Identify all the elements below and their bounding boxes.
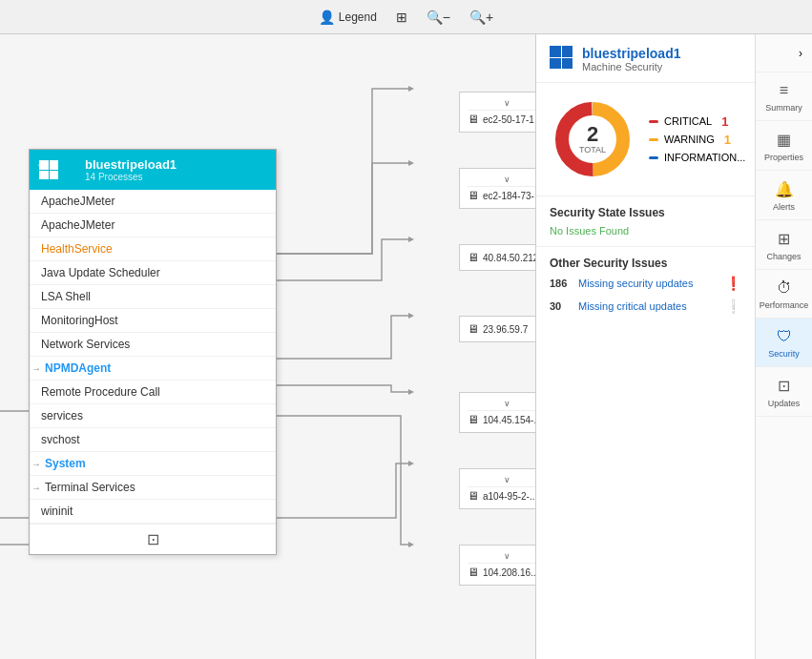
- other-issues-title: Other Security Issues: [550, 257, 741, 270]
- process-name: services: [41, 409, 83, 422]
- machine-node[interactable]: ∨ 🖥 ec2-184-73-...: [459, 168, 535, 209]
- collapse-button[interactable]: ∧: [37, 157, 44, 168]
- performance-label: Performance: [760, 300, 809, 310]
- process-list: ApacheJMeterApacheJMeterHealthServiceJav…: [30, 190, 276, 524]
- process-item[interactable]: ApacheJMeter: [30, 214, 276, 237]
- machine-node[interactable]: 🖥 40.84.50.212: [459, 244, 535, 271]
- no-issues-text: No Issues Found: [550, 225, 741, 237]
- process-name: LSA Shell: [41, 290, 91, 303]
- warning-icon: ❕: [725, 299, 741, 314]
- sidebar-item-changes[interactable]: ⊞ Changes: [756, 220, 812, 270]
- alerts-icon: 🔔: [775, 180, 794, 198]
- process-item[interactable]: HealthService: [30, 237, 276, 261]
- canvas-area: ∧ bluestripeload1 14 Processes ApacheJMe…: [0, 34, 535, 659]
- process-item[interactable]: → System: [30, 452, 276, 476]
- updates-icon: ⊡: [778, 377, 790, 395]
- node-footer-icon[interactable]: ⊡: [147, 530, 159, 548]
- process-item[interactable]: MonitoringHost: [30, 309, 276, 333]
- critical-label: CRITICAL: [664, 115, 712, 127]
- security-state-section: Security State Issues No Issues Found: [536, 196, 755, 247]
- alerts-label: Alerts: [773, 202, 795, 212]
- process-item[interactable]: LSA Shell: [30, 285, 276, 309]
- critical-icon: ❗: [725, 276, 741, 291]
- svg-marker-7: [408, 389, 414, 395]
- security-state-title: Security State Issues: [550, 206, 741, 219]
- issue-count: 186: [550, 278, 571, 289]
- svg-marker-9: [408, 542, 414, 547]
- machine-id: 104.45.154-...: [483, 415, 535, 425]
- machine-id: ec2-184-73-...: [483, 191, 535, 201]
- process-name: ApacheJMeter: [41, 218, 115, 232]
- detail-header: bluestripeload1 Machine Security: [536, 34, 755, 83]
- process-name: wininit: [41, 505, 73, 518]
- node-footer: ⊡: [30, 524, 276, 554]
- sidebar-nav: › ≡ Summary ▦ Properties 🔔 Alerts ⊞ Chan…: [755, 34, 812, 659]
- legend-info: INFORMATION... 0: [649, 151, 755, 165]
- critical-count: 1: [721, 114, 728, 129]
- donut-chart: 2 TOTAL: [550, 96, 635, 182]
- warning-dot: [649, 138, 658, 141]
- summary-icon: ≡: [780, 82, 788, 99]
- machine-node[interactable]: ∨ 🖥 104.208.16...: [459, 545, 535, 586]
- process-item[interactable]: ApacheJMeter: [30, 190, 276, 214]
- machine-id: 40.84.50.212: [483, 253, 535, 263]
- legend-label: Legend: [339, 10, 377, 24]
- zoom-in-button[interactable]: 🔍+: [469, 10, 493, 25]
- toggle-icon: ›: [799, 47, 802, 60]
- sidebar-item-properties[interactable]: ▦ Properties: [756, 121, 812, 171]
- node-subtitle: 14 Processes: [85, 172, 177, 182]
- sidebar-item-security[interactable]: 🛡 Security: [756, 319, 812, 367]
- machine-node[interactable]: ∨ 🖥 104.45.154-...: [459, 392, 535, 433]
- sidebar-item-updates[interactable]: ⊡ Updates: [756, 367, 812, 417]
- sidebar-item-alerts[interactable]: 🔔 Alerts: [756, 171, 812, 220]
- detail-windows-logo: [550, 46, 573, 69]
- issue-row[interactable]: 186 Missing security updates ❗: [550, 276, 741, 291]
- performance-icon: ⏱: [777, 279, 792, 297]
- svg-marker-4: [408, 160, 414, 166]
- zoom-out-icon: 🔍−: [427, 10, 450, 25]
- machine-node[interactable]: ∨ 🖥 ec2-50-17-19...: [459, 92, 535, 133]
- process-item[interactable]: Remote Procedure Call: [30, 381, 276, 404]
- process-name: svchost: [41, 433, 80, 446]
- sidebar-item-summary[interactable]: ≡ Summary: [756, 72, 812, 121]
- process-name: System: [45, 457, 86, 470]
- process-item[interactable]: svchost: [30, 428, 276, 452]
- machine-id: 23.96.59.7: [483, 324, 528, 335]
- info-dot: [649, 156, 658, 159]
- process-item[interactable]: → Terminal Services: [30, 476, 276, 500]
- process-item[interactable]: wininit: [30, 500, 276, 524]
- summary-label: Summary: [765, 103, 802, 113]
- security-label: Security: [768, 349, 800, 359]
- critical-dot: [649, 120, 658, 123]
- machine-node[interactable]: 🖥 23.96.59.7: [459, 316, 535, 342]
- changes-icon: ⊞: [778, 230, 790, 248]
- process-item[interactable]: services: [30, 404, 276, 428]
- issue-text: Missing security updates: [578, 278, 718, 289]
- fit-button[interactable]: ⊞: [396, 10, 407, 25]
- machine-node[interactable]: ∨ 🖥 a104-95-2-...: [459, 468, 535, 509]
- process-item[interactable]: Network Services: [30, 333, 276, 357]
- node-card: ∧ bluestripeload1 14 Processes ApacheJMe…: [29, 149, 277, 555]
- sidebar-item-performance[interactable]: ⏱ Performance: [756, 270, 812, 319]
- detail-title: bluestripeload1: [582, 46, 680, 61]
- fit-icon: ⊞: [396, 10, 407, 25]
- issues-list: 186 Missing security updates ❗ 30 Missin…: [550, 276, 741, 314]
- process-name: NPMDAgent: [45, 361, 111, 375]
- detail-panel: bluestripeload1 Machine Security 2 TOTAL: [535, 34, 755, 659]
- process-item[interactable]: → NPMDAgent: [30, 357, 276, 381]
- zoom-out-button[interactable]: 🔍−: [427, 10, 450, 25]
- donut-total: 2: [579, 124, 606, 145]
- other-issues-section: Other Security Issues 186 Missing securi…: [536, 247, 755, 659]
- process-name: Terminal Services: [45, 481, 135, 494]
- updates-label: Updates: [768, 399, 801, 408]
- donut-label: TOTAL: [579, 145, 606, 154]
- process-name: Java Update Scheduler: [41, 266, 160, 279]
- machine-id: 104.208.16...: [483, 567, 535, 578]
- sidebar-toggle[interactable]: ›: [756, 34, 812, 72]
- legend-button[interactable]: 👤 Legend: [319, 10, 377, 25]
- process-item[interactable]: Java Update Scheduler: [30, 261, 276, 285]
- svg-marker-6: [408, 313, 414, 319]
- issue-row[interactable]: 30 Missing critical updates ❕: [550, 299, 741, 314]
- properties-icon: ▦: [777, 131, 791, 149]
- legend-icon: 👤: [319, 10, 335, 25]
